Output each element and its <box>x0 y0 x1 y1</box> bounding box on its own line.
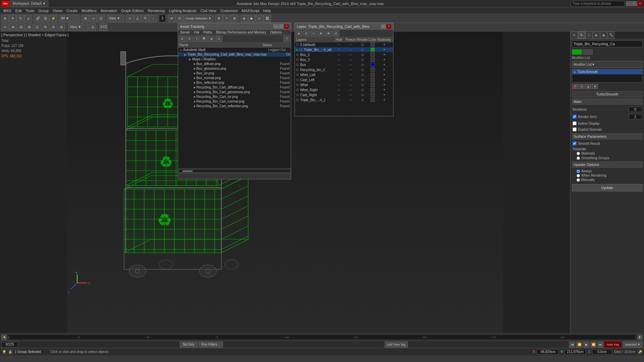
smoothing-radio[interactable] <box>577 157 580 160</box>
named-selection[interactable]: ★ <box>215 15 223 22</box>
move-modifier-down-btn[interactable]: ▼ <box>592 84 598 89</box>
always-radio[interactable] <box>577 170 580 173</box>
tb2-btn7[interactable]: ⊚ <box>50 23 57 31</box>
layer-color-swatch[interactable] <box>368 63 377 67</box>
layer-color-swatch[interactable] <box>368 88 377 92</box>
percent-snap[interactable]: % <box>142 15 149 22</box>
tb2-btn3[interactable]: ⊟ <box>17 23 25 31</box>
modifier-dropdown[interactable]: Modifier List ▼ <box>572 61 643 68</box>
z-coord-input[interactable] <box>592 349 612 355</box>
layer-freeze[interactable]: — <box>345 98 357 102</box>
layer-tb-refresh[interactable]: ↺ <box>332 31 339 37</box>
layer-hide[interactable]: — <box>333 93 345 97</box>
window-close[interactable]: ✕ <box>637 1 643 6</box>
isoline-checkbox[interactable] <box>573 121 577 125</box>
layer-row[interactable]: ⊡Box_2——◎✦ <box>295 52 393 57</box>
layer-color-swatch[interactable] <box>368 58 377 62</box>
layer-render[interactable]: ◎ <box>357 88 368 92</box>
at-menu-paths[interactable]: Paths <box>202 30 214 35</box>
render-iters-checkbox[interactable] <box>573 115 577 119</box>
update-button[interactable]: Update <box>572 184 643 191</box>
layer-render[interactable]: ◎ <box>357 73 368 76</box>
asset-row[interactable]: ■Recycling_Bin_Cart_diffuse.pngFound <box>178 85 291 90</box>
layer-radiosity[interactable]: ✦ <box>377 48 392 51</box>
layer-freeze[interactable]: — <box>345 83 357 86</box>
move-modifier-up-btn[interactable]: ▲ <box>585 84 591 89</box>
layer-color-swatch[interactable] <box>368 43 377 47</box>
menu-item-edit[interactable]: Edit <box>13 8 24 13</box>
layer-render[interactable]: ◎ <box>357 58 368 61</box>
tb2-btn1[interactable]: ↩ <box>1 23 9 31</box>
utilities-tab[interactable]: 🔧 <box>607 32 615 39</box>
layer-row[interactable]: ⊡Recycling_bin_C——◎✦ <box>295 67 393 72</box>
layer-row[interactable]: ▶⊡Triple_Bin_...rt_wit✓—◎✦ <box>295 47 393 52</box>
scale-btn[interactable]: ⊿ <box>24 15 32 22</box>
mirror-btn[interactable]: ⇌ <box>168 15 175 22</box>
layer-tb-freeze[interactable]: ❄ <box>318 31 324 37</box>
coord-system-dropdown[interactable]: View ▼ <box>68 23 88 31</box>
timeline-track[interactable]: 0 25 50 75 100 125 150 175 200 <box>8 335 636 340</box>
go-start-btn[interactable]: ⏮ <box>569 342 575 348</box>
hierarchy-tab[interactable]: ⬡ <box>585 32 593 39</box>
layer-radiosity[interactable]: ✦ <box>377 63 392 66</box>
layer-tb-hide[interactable]: 👁 <box>325 31 332 37</box>
menu-item-customize[interactable]: Customize <box>218 8 240 13</box>
at-tb-resolve[interactable]: 🔍 <box>201 36 208 42</box>
layer-row[interactable]: ⊡Cast_Right——◎✦ <box>295 93 393 98</box>
select-btn[interactable]: ⊞ <box>82 15 89 22</box>
layer-freeze[interactable]: — <box>345 43 357 46</box>
layer-row[interactable]: ⊡0 (default)——◎✦ <box>295 42 393 47</box>
layer-radiosity[interactable]: ✦ <box>377 53 392 56</box>
layer-radiosity[interactable]: ✦ <box>377 58 392 61</box>
layer-hide[interactable]: — <box>333 63 345 66</box>
menu-item-mxs[interactable]: MXS <box>1 8 13 13</box>
layer-hide[interactable]: — <box>333 83 345 86</box>
menu-item-animation[interactable]: Animation <box>99 8 119 13</box>
materials-radio[interactable] <box>577 152 580 155</box>
wireframe-color-swatch[interactable] <box>583 49 593 55</box>
set-key-btn[interactable]: Set Key <box>180 342 198 348</box>
at-tb-refresh[interactable]: ↺ <box>179 36 185 42</box>
asset-row[interactable]: ■Recycling_Bin_Cart_ior.pngFound <box>178 95 291 99</box>
layer-freeze[interactable]: — <box>345 73 357 76</box>
workspace-dropdown[interactable]: Workspace: Default ▼ <box>10 1 48 7</box>
menu-item-help[interactable]: Help <box>261 8 273 13</box>
asset-tracking-minimize[interactable]: — <box>273 24 278 28</box>
layer-tb-remove[interactable]: ✕ <box>303 31 310 37</box>
layer-radiosity[interactable]: ✦ <box>377 43 392 46</box>
quick-render-btn[interactable]: ▷ <box>256 15 263 22</box>
asset-row[interactable]: ■Box_ior.pngFound <box>178 71 291 76</box>
status-icon-1[interactable]: 💡 <box>1 349 7 355</box>
layer-row[interactable]: ⊡Whel_Right——◎✦ <box>295 87 393 93</box>
link-btn[interactable]: 🔗 <box>34 15 42 22</box>
tb2-btn2[interactable]: ⊕ <box>9 23 17 31</box>
layer-radiosity[interactable]: ✦ <box>377 83 392 86</box>
menu-item-tools[interactable]: Tools <box>24 8 37 13</box>
layer-help[interactable]: ? <box>381 24 386 28</box>
axis-constraints-btn[interactable]: XYZ <box>99 23 108 31</box>
view-dropdown[interactable]: View ▼ <box>107 15 124 22</box>
unlink-btn[interactable]: ⛓ <box>42 15 49 22</box>
tb2-btn8[interactable]: ⊛ <box>58 23 65 31</box>
layer-radiosity[interactable]: ✦ <box>377 68 392 71</box>
layer-row[interactable]: ⊡Box——◎✦ <box>295 62 393 67</box>
x-coord-input[interactable] <box>537 349 558 355</box>
remove-modifier-btn[interactable]: ✕ <box>579 84 585 89</box>
asset-row[interactable]: ■Box_reflection.pngFound <box>178 80 291 85</box>
smooth-result-checkbox[interactable] <box>573 141 577 145</box>
layer-freeze[interactable]: — <box>345 68 357 71</box>
render-frame-btn[interactable]: 🖼 <box>264 15 271 22</box>
align-btn[interactable]: ⊟ <box>176 15 183 22</box>
layer-freeze[interactable]: — <box>345 53 357 56</box>
layer-color-swatch[interactable] <box>368 68 377 72</box>
window-minimize[interactable]: — <box>626 1 631 6</box>
auto-key-btn[interactable]: Auto Key <box>604 342 622 348</box>
asset-row[interactable]: ■Box_normal.pngFound <box>178 76 291 80</box>
rotate-btn[interactable]: ↻ <box>17 15 24 22</box>
layer-color-swatch[interactable] <box>368 98 377 102</box>
layer-row[interactable]: ⊡Triple_Bin_...rt_1——◎✦ <box>295 98 393 103</box>
asset-row[interactable]: ■Recycling_Bin_Cart_normal.pngFound <box>178 99 291 104</box>
render-iters-input[interactable] <box>629 114 642 119</box>
when-rendering-radio[interactable] <box>577 174 580 177</box>
layer-radiosity[interactable]: ✦ <box>377 98 392 102</box>
